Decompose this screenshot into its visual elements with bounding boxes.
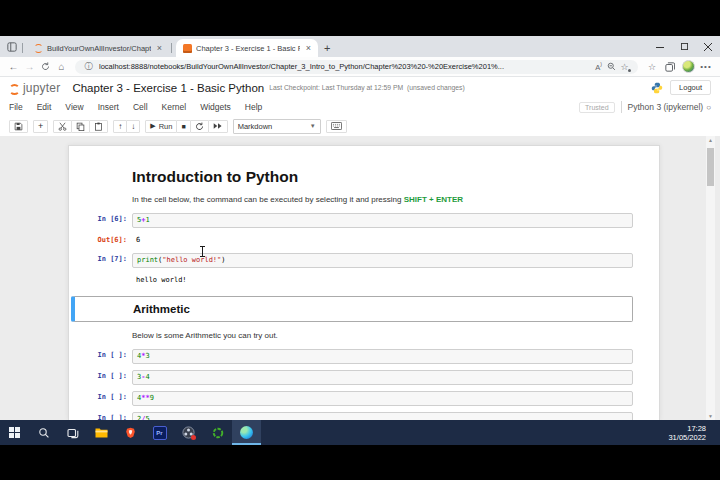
notebook-title[interactable]: Chapter 3 - Exercise 1 - Basic Python xyxy=(72,82,264,94)
scrollbar-thumb[interactable] xyxy=(707,148,714,186)
taskbar-capture-ring[interactable] xyxy=(203,420,232,445)
menu-help[interactable]: Help xyxy=(245,102,270,112)
input-prompt xyxy=(75,303,133,315)
scroll-up-icon[interactable]: ▲ xyxy=(706,136,715,144)
toolbar-group xyxy=(9,120,28,133)
toolbar-group: ▶Run■ xyxy=(145,120,227,133)
code-input[interactable]: 3-4 xyxy=(132,370,633,385)
output-prompt: Out[6]: xyxy=(69,234,132,247)
collections-icon[interactable] xyxy=(662,59,678,74)
menu-edit[interactable]: Edit xyxy=(37,102,60,112)
taskbar-search[interactable] xyxy=(29,420,58,445)
tab-close-icon[interactable]: × xyxy=(304,44,313,52)
text-cursor-icon xyxy=(199,246,206,257)
markdown-cell[interactable]: In the cell below, the command can be ex… xyxy=(69,195,659,205)
code-input[interactable]: 4*3 xyxy=(132,349,633,364)
code-cell: In [7]:print("hello world!") xyxy=(69,253,659,268)
restart-run-all-button[interactable] xyxy=(208,120,228,133)
save-button[interactable] xyxy=(9,120,28,133)
save-icon xyxy=(14,122,23,131)
input-prompt: In [ ]: xyxy=(69,349,132,362)
output-area: hello world! xyxy=(69,274,659,287)
taskbar-file-explorer[interactable] xyxy=(87,420,116,445)
toolbar-group xyxy=(53,120,108,133)
markdown-cell[interactable]: Introduction to Python xyxy=(69,158,659,186)
menu-widgets[interactable]: Widgets xyxy=(200,102,239,112)
jupyter-toolbar: +↑↓▶Run■Markdown▼ xyxy=(0,116,720,137)
read-aloud-icon[interactable]: A) xyxy=(592,61,605,72)
jupyter-notebook-icon xyxy=(183,44,192,53)
taskbar-windows-start[interactable] xyxy=(0,420,29,445)
taskbar-clock[interactable]: 17:28 31/05/2022 xyxy=(668,424,720,442)
add-cell-button[interactable]: + xyxy=(33,120,48,133)
scrollbar[interactable]: ▲ ▼ xyxy=(706,136,715,420)
add-favorite-icon[interactable]: ☆ xyxy=(618,62,631,72)
copy-button[interactable] xyxy=(71,120,90,133)
move-down-button[interactable]: ↓ xyxy=(126,120,140,133)
markdown-cell[interactable]: Below is some Arithmetic you can try out… xyxy=(69,331,659,341)
command-palette-icon xyxy=(331,122,342,130)
profile-avatar-icon[interactable] xyxy=(680,59,696,74)
taskbar-premiere-pro[interactable]: Pr xyxy=(145,420,174,445)
close-button[interactable] xyxy=(696,36,720,57)
home-button[interactable]: ⌂ xyxy=(54,59,69,74)
maximize-button[interactable] xyxy=(672,36,696,57)
stop-button[interactable]: ■ xyxy=(176,120,190,133)
menu-insert[interactable]: Insert xyxy=(98,102,127,112)
site-info-icon[interactable]: ⓘ xyxy=(82,61,95,72)
cell-type-select[interactable]: Markdown▼ xyxy=(233,119,321,134)
move-up-button[interactable]: ↑ xyxy=(113,120,127,133)
taskbar-brave[interactable] xyxy=(116,420,145,445)
refresh-button[interactable] xyxy=(38,59,53,74)
move-down-icon: ↓ xyxy=(131,122,135,131)
logout-button[interactable]: Logout xyxy=(670,80,711,95)
taskbar-task-view[interactable] xyxy=(58,420,87,445)
menu-view[interactable]: View xyxy=(65,102,91,112)
toolbar-group: + xyxy=(33,120,48,133)
scroll-down-icon[interactable]: ▼ xyxy=(706,412,715,420)
url-text[interactable]: localhost:8888/notebooks/BuildYourOwnAll… xyxy=(99,62,588,71)
address-bar[interactable]: ⓘ localhost:8888/notebooks/BuildYourOwnA… xyxy=(75,60,638,74)
browser-tab-2[interactable]: Chapter 3 - Exercise 1 - Basic Pyt× xyxy=(176,39,318,57)
copy-icon xyxy=(76,122,85,131)
more-icon[interactable]: ••• xyxy=(698,59,714,74)
forward-button[interactable]: → xyxy=(22,59,37,74)
run-button[interactable]: ▶Run xyxy=(145,120,177,133)
code-input[interactable]: print("hello world!") xyxy=(132,253,633,268)
taskbar-edge[interactable] xyxy=(232,420,261,445)
new-tab-button[interactable]: + xyxy=(324,43,330,53)
menu-kernel[interactable]: Kernel xyxy=(162,102,195,112)
minimize-button[interactable] xyxy=(648,36,672,57)
selected-markdown-cell[interactable]: Arithmetic xyxy=(71,296,633,322)
jupyter-logo[interactable]: jupyter xyxy=(9,81,60,95)
paste-button[interactable] xyxy=(89,120,108,133)
capture-ring-icon xyxy=(212,427,224,439)
back-button[interactable]: ← xyxy=(6,59,21,74)
command-palette-button[interactable] xyxy=(326,120,347,133)
move-up-icon: ↑ xyxy=(118,122,122,131)
tab-separator xyxy=(171,43,172,53)
input-prompt: In [6]: xyxy=(69,213,132,226)
markdown-heading: Arithmetic xyxy=(133,303,632,315)
zoom-out-icon[interactable] xyxy=(605,62,618,71)
python-logo-icon xyxy=(651,82,663,94)
output-area: Out[6]:6 xyxy=(69,234,659,247)
clock-date: 31/05/2022 xyxy=(668,433,706,442)
stop-icon: ■ xyxy=(181,123,185,130)
taskbar-screen-recorder[interactable] xyxy=(174,420,203,445)
tab-actions-menu-icon[interactable] xyxy=(4,39,20,55)
code-input[interactable]: 5+1 xyxy=(132,213,633,228)
tab-close-icon[interactable]: × xyxy=(155,44,164,52)
code-input[interactable]: 4**9 xyxy=(132,391,633,406)
restart-button[interactable] xyxy=(190,120,209,133)
favorites-bar-icon[interactable]: ☆ xyxy=(644,59,660,74)
notebook-page: Introduction to PythonIn the cell below,… xyxy=(68,145,660,420)
menu-cell[interactable]: Cell xyxy=(133,102,156,112)
browser-tab-1[interactable]: BuildYourOwnAllInvestor/Chapte× xyxy=(27,39,169,57)
code-cell: In [ ]:4**9 xyxy=(69,391,659,406)
jupyter-logo-text: jupyter xyxy=(23,81,60,95)
menu-file[interactable]: File xyxy=(9,102,31,112)
code-input[interactable]: 2/5 xyxy=(132,412,633,420)
stream-output: hello world! xyxy=(132,274,633,287)
cut-button[interactable] xyxy=(53,120,72,133)
